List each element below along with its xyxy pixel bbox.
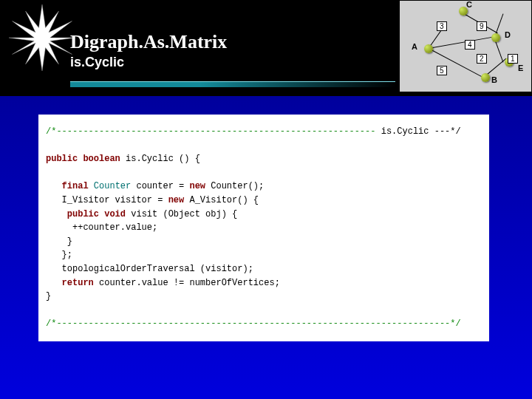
code-line: final Counter counter = new Counter(); xyxy=(46,180,482,194)
page-subtitle: is.Cyclic xyxy=(70,55,227,70)
svg-marker-0 xyxy=(9,4,75,71)
edge-weight: 9 xyxy=(477,21,487,31)
graph-node xyxy=(481,73,490,82)
graph-thumbnail: A C D B E 3 9 4 2 1 5 xyxy=(399,0,532,92)
edge-weight: 4 xyxy=(465,40,475,50)
node-label-c: C xyxy=(466,0,472,9)
node-label-b: B xyxy=(491,75,497,84)
code-line: /*--------------------------------------… xyxy=(46,317,482,331)
node-label-e: E xyxy=(518,64,523,72)
code-line: I_Visitor visitor = new A_Visitor() { xyxy=(46,194,482,208)
graph-node xyxy=(491,33,500,42)
edge-weight: 1 xyxy=(508,54,518,64)
node-label-a: A xyxy=(412,42,417,51)
node-label-d: D xyxy=(505,30,511,39)
code-line: /*--------------------------------------… xyxy=(46,125,482,139)
code-line: }; xyxy=(46,248,482,262)
code-line xyxy=(46,304,482,318)
code-line: } xyxy=(46,290,482,304)
edge-weight: 5 xyxy=(437,66,447,75)
code-line xyxy=(46,139,482,153)
code-listing: /*--------------------------------------… xyxy=(38,115,489,341)
code-line: public void visit (Object obj) { xyxy=(46,208,482,222)
edge-weight: 2 xyxy=(477,54,487,64)
header-divider xyxy=(70,81,395,87)
slide-header: Digraph.As.Matrix is.Cyclic A C D B E 3 … xyxy=(0,0,532,96)
starburst-icon xyxy=(9,4,75,71)
code-line: } xyxy=(46,235,482,249)
title-block: Digraph.As.Matrix is.Cyclic xyxy=(70,31,227,70)
code-line: ++counter.value; xyxy=(46,221,482,235)
code-line: topologicalOrderTraversal (visitor); xyxy=(46,262,482,276)
graph-node xyxy=(424,44,433,53)
page-title: Digraph.As.Matrix xyxy=(70,31,227,53)
code-line: return counter.value != numberOfVertices… xyxy=(46,276,482,290)
code-line: public boolean is.Cyclic () { xyxy=(46,152,482,166)
edge-weight: 3 xyxy=(437,21,447,31)
code-line xyxy=(46,166,482,180)
